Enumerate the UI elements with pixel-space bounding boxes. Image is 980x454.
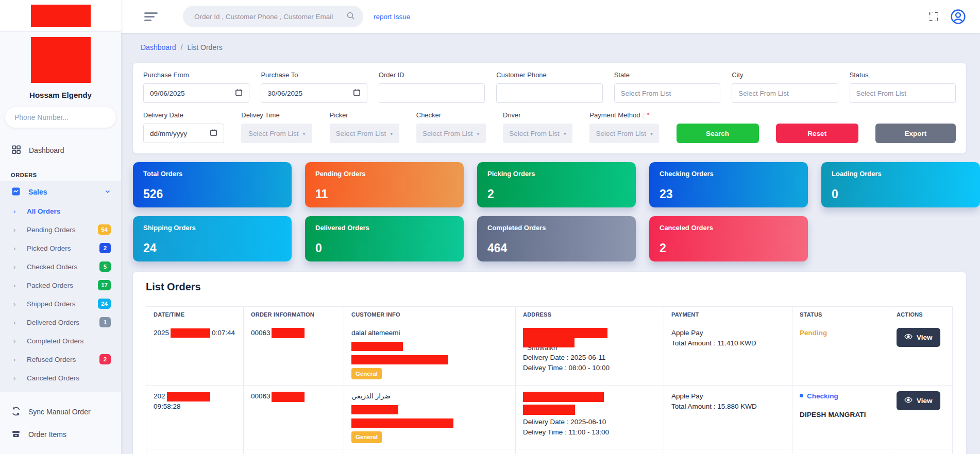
box-icon [11, 429, 21, 440]
chevron-right-icon: › [13, 356, 20, 363]
eye-icon [904, 396, 913, 406]
delivery-time: Delivey Time : 08:00 - 10:00 [523, 363, 656, 373]
calendar-icon [210, 129, 217, 138]
cell-status: Pending [792, 322, 889, 386]
search-icon[interactable] [346, 11, 355, 22]
caret-down-icon: ▾ [303, 131, 306, 136]
eye-icon [904, 333, 913, 342]
purchase-to-date-input[interactable]: 30/06/2025 [261, 83, 367, 103]
phone-number-input[interactable] [5, 107, 116, 128]
order-id-input[interactable] [379, 83, 485, 103]
state-select[interactable]: Select From List [614, 83, 720, 103]
fullscreen-icon[interactable] [928, 11, 939, 22]
delivery-date-input[interactable]: dd/mm/yyyy [143, 124, 224, 143]
col-header-address: ADDRESS [516, 307, 664, 322]
sidebar-item-dashboard[interactable]: Dashboard [0, 141, 121, 160]
search-button[interactable]: Search [677, 124, 759, 143]
export-button[interactable]: Export [875, 124, 956, 143]
view-button[interactable]: View [897, 328, 940, 347]
redacted-block [523, 392, 604, 402]
stat-card-completed-orders: Completed Orders 464 [477, 216, 636, 261]
sidebar-item-refused-orders[interactable]: › Refused Orders 2 [0, 350, 121, 369]
checker-name: DIPESH MANGRATI [800, 410, 882, 420]
sidebar-item-picked-orders[interactable]: › Picked Orders 2 [0, 239, 121, 257]
col-header-payment: PAYMENT [664, 307, 792, 322]
customer-name: dalal altemeemi [351, 328, 508, 338]
redacted-block [351, 418, 453, 428]
cell-status: Checking DIPESH MANGRATI [792, 386, 889, 449]
customer-phone-input[interactable] [496, 83, 602, 103]
required-asterisk: * [647, 111, 649, 119]
sidebar-item-shipped-orders[interactable]: › Shipped Orders 24 [0, 294, 121, 313]
sidebar-footer: Sync Manual Order Order Items [0, 400, 121, 446]
payment-total: Total Amount : 15.880 KWD [671, 401, 785, 412]
global-search[interactable] [183, 6, 363, 27]
table-row [146, 449, 953, 454]
report-issue-link[interactable]: report Issue [374, 13, 410, 21]
hamburger-menu-icon[interactable] [144, 12, 158, 21]
sidebar-item-delivered-orders[interactable]: › Delivered Orders 1 [0, 313, 121, 331]
stat-card-total-orders: Total Orders 526 [133, 162, 292, 207]
redacted-block [272, 328, 305, 338]
sidebar-item-sales[interactable]: Sales [0, 182, 121, 202]
list-orders-panel: List Orders DATE/TIME ORDER INFORMATION … [133, 272, 966, 454]
sidebar-item-canceled-orders[interactable]: › Canceled Orders [0, 369, 121, 387]
filter-status: Status Select From List [850, 71, 956, 103]
status-badge: Pending [800, 329, 827, 337]
sidebar-item-sync-manual-order[interactable]: Sync Manual Order [0, 400, 121, 423]
redacted-block [523, 328, 607, 338]
stat-card-picking-orders: Picking Orders 2 [477, 162, 636, 207]
cell-datetime: 20250:07:44 [146, 322, 244, 386]
sidebar-item-packed-orders[interactable]: › Packed Orders 17 [0, 276, 121, 294]
filter-purchase-to: Purchase To 30/06/2025 [261, 71, 367, 103]
sales-submenu: Sales › All Orders › Pending Orders 54 ›… [0, 181, 121, 392]
sales-icon [11, 187, 21, 198]
app-logo [0, 0, 121, 32]
stat-card-pending-orders: Pending Orders 11 [305, 162, 464, 207]
cell-actions: View [889, 322, 953, 386]
stat-card-empty [821, 216, 980, 261]
chevron-down-icon [105, 188, 111, 196]
driver-select[interactable]: Select From List▾ [503, 124, 572, 143]
picker-select[interactable]: Select From List▾ [330, 124, 399, 143]
city-select[interactable]: Select From List [732, 83, 838, 103]
dashboard-grid-icon [11, 145, 21, 156]
reset-button[interactable]: Reset [776, 124, 858, 143]
stat-card-loading-orders: Loading Orders 0 [821, 162, 980, 207]
sidebar-nav: Dashboard ORDERS Sales › All Orders › Pe… [0, 141, 121, 446]
filter-delivery-date: Delivery Date dd/mm/yyyy [143, 111, 224, 143]
user-profile-icon[interactable] [950, 9, 966, 25]
table-header-row: DATE/TIME ORDER INFORMATION CUSTOMER INF… [146, 307, 953, 322]
filter-purchase-from: Purchase From 09/06/2025 [143, 71, 249, 103]
cell-customer-info: ضرار الدريعي General [344, 386, 516, 449]
payment-method-select[interactable]: Select From List▾ [589, 124, 659, 143]
view-button[interactable]: View [897, 391, 940, 410]
cell-order-information: 00063 [244, 322, 344, 386]
checker-select[interactable]: Select From List▾ [416, 124, 486, 143]
redacted-block [171, 328, 210, 338]
purchase-from-date-input[interactable]: 09/06/2025 [143, 83, 249, 103]
status-select[interactable]: Select From List [850, 83, 956, 103]
filter-picker: Picker Select From List▾ [330, 111, 399, 143]
sidebar-item-order-items[interactable]: Order Items [0, 423, 121, 446]
search-input[interactable] [194, 13, 346, 21]
breadcrumb-dashboard-link[interactable]: Dashboard [141, 43, 176, 51]
payment-method: Apple Pay [671, 391, 785, 401]
sidebar-item-checked-orders[interactable]: › Checked Orders 5 [0, 257, 121, 276]
payment-method: Apple Pay [671, 328, 785, 338]
count-badge: 1 [99, 317, 111, 327]
delivery-time-select[interactable]: Select From List▾ [241, 124, 312, 143]
sidebar-item-completed-orders[interactable]: › Completed Orders [0, 331, 121, 350]
chevron-right-icon: › [13, 226, 20, 234]
sidebar-item-label: Sales [28, 188, 47, 196]
topbar: report Issue [121, 0, 980, 33]
cell-datetime: 20209:58:28 [146, 386, 244, 449]
cell-address: Delivery Date : 2025-06-10 Delivey Time … [516, 386, 664, 449]
sidebar-item-all-orders[interactable]: › All Orders [0, 202, 121, 220]
col-header-datetime: DATE/TIME [146, 307, 244, 322]
filter-city: City Select From List [732, 71, 838, 103]
calendar-icon [235, 89, 243, 98]
redacted-block [167, 392, 210, 401]
filter-customer-phone: Customer Phone [496, 71, 602, 103]
sidebar-item-pending-orders[interactable]: › Pending Orders 54 [0, 220, 121, 239]
